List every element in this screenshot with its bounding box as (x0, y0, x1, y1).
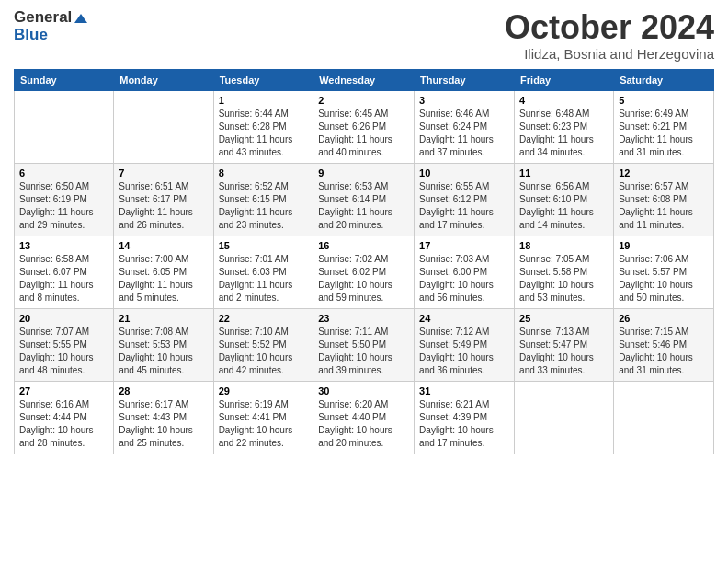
day-number: 15 (219, 240, 309, 251)
day-info: Sunrise: 6:44 AMSunset: 6:28 PMDaylight:… (219, 109, 293, 157)
header-thursday: Thursday (415, 69, 515, 90)
day-number: 29 (219, 385, 309, 396)
day-info: Sunrise: 7:12 AMSunset: 5:49 PMDaylight:… (419, 327, 494, 375)
table-row: 28 Sunrise: 6:17 AMSunset: 4:43 PMDaylig… (114, 381, 213, 454)
table-row: 19 Sunrise: 7:06 AMSunset: 5:57 PMDaylig… (614, 236, 714, 308)
day-number: 12 (619, 167, 709, 178)
day-number: 13 (19, 240, 108, 251)
table-row: 27 Sunrise: 6:16 AMSunset: 4:44 PMDaylig… (15, 381, 114, 454)
day-number: 1 (219, 95, 309, 106)
table-row: 24 Sunrise: 7:12 AMSunset: 5:49 PMDaylig… (415, 308, 515, 381)
day-info: Sunrise: 7:11 AMSunset: 5:50 PMDaylight:… (318, 327, 392, 375)
table-row: 1 Sunrise: 6:44 AMSunset: 6:28 PMDayligh… (213, 90, 313, 163)
day-info: Sunrise: 6:58 AMSunset: 6:07 PMDaylight:… (19, 254, 94, 303)
table-row: 26 Sunrise: 7:15 AMSunset: 5:46 PMDaylig… (614, 308, 714, 381)
table-row: 23 Sunrise: 7:11 AMSunset: 5:50 PMDaylig… (313, 308, 415, 381)
calendar-week-5: 27 Sunrise: 6:16 AMSunset: 4:44 PMDaylig… (15, 381, 714, 454)
table-row: 31 Sunrise: 6:21 AMSunset: 4:39 PMDaylig… (415, 381, 515, 454)
day-info: Sunrise: 7:10 AMSunset: 5:52 PMDaylight:… (219, 327, 293, 375)
day-info: Sunrise: 7:05 AMSunset: 5:58 PMDaylight:… (519, 254, 594, 303)
day-number: 25 (519, 313, 609, 324)
table-row: 12 Sunrise: 6:57 AMSunset: 6:08 PMDaylig… (614, 163, 714, 236)
table-row (614, 381, 714, 454)
day-info: Sunrise: 7:03 AMSunset: 6:00 PMDaylight:… (419, 254, 494, 303)
day-number: 10 (419, 167, 509, 178)
day-number: 31 (419, 385, 509, 396)
header-sunday: Sunday (15, 69, 114, 90)
day-info: Sunrise: 6:50 AMSunset: 6:19 PMDaylight:… (19, 181, 94, 230)
table-row: 17 Sunrise: 7:03 AMSunset: 6:00 PMDaylig… (415, 236, 515, 308)
day-info: Sunrise: 7:07 AMSunset: 5:55 PMDaylight:… (19, 327, 94, 375)
logo-general: General (14, 9, 87, 27)
table-row (515, 381, 614, 454)
table-row: 30 Sunrise: 6:20 AMSunset: 4:40 PMDaylig… (313, 381, 415, 454)
day-info: Sunrise: 7:15 AMSunset: 5:46 PMDaylight:… (619, 327, 693, 375)
day-info: Sunrise: 6:19 AMSunset: 4:41 PMDaylight:… (219, 399, 293, 448)
day-info: Sunrise: 6:53 AMSunset: 6:14 PMDaylight:… (318, 181, 392, 230)
table-row: 5 Sunrise: 6:49 AMSunset: 6:21 PMDayligh… (614, 90, 714, 163)
day-info: Sunrise: 6:46 AMSunset: 6:24 PMDaylight:… (419, 109, 494, 157)
table-row: 29 Sunrise: 6:19 AMSunset: 4:41 PMDaylig… (213, 381, 313, 454)
table-row: 25 Sunrise: 7:13 AMSunset: 5:47 PMDaylig… (515, 308, 614, 381)
calendar-week-1: 1 Sunrise: 6:44 AMSunset: 6:28 PMDayligh… (15, 90, 714, 163)
table-row: 10 Sunrise: 6:55 AMSunset: 6:12 PMDaylig… (415, 163, 515, 236)
table-row: 8 Sunrise: 6:52 AMSunset: 6:15 PMDayligh… (213, 163, 313, 236)
day-number: 18 (519, 240, 609, 251)
header-row: Sunday Monday Tuesday Wednesday Thursday… (15, 69, 714, 90)
day-number: 16 (318, 240, 409, 251)
calendar-week-4: 20 Sunrise: 7:07 AMSunset: 5:55 PMDaylig… (15, 308, 714, 381)
calendar-table: Sunday Monday Tuesday Wednesday Thursday… (14, 69, 714, 454)
day-number: 3 (419, 95, 509, 106)
table-row: 13 Sunrise: 6:58 AMSunset: 6:07 PMDaylig… (15, 236, 114, 308)
day-number: 26 (619, 313, 709, 324)
day-info: Sunrise: 7:00 AMSunset: 6:05 PMDaylight:… (119, 254, 193, 303)
day-number: 23 (318, 313, 409, 324)
day-number: 21 (119, 313, 208, 324)
calendar-week-3: 13 Sunrise: 6:58 AMSunset: 6:07 PMDaylig… (15, 236, 714, 308)
table-row: 15 Sunrise: 7:01 AMSunset: 6:03 PMDaylig… (213, 236, 313, 308)
day-info: Sunrise: 6:49 AMSunset: 6:21 PMDaylight:… (619, 109, 693, 157)
day-number: 7 (119, 167, 208, 178)
month-title: October 2024 (505, 9, 714, 46)
table-row: 20 Sunrise: 7:07 AMSunset: 5:55 PMDaylig… (15, 308, 114, 381)
table-row: 4 Sunrise: 6:48 AMSunset: 6:23 PMDayligh… (515, 90, 614, 163)
table-row: 11 Sunrise: 6:56 AMSunset: 6:10 PMDaylig… (515, 163, 614, 236)
day-info: Sunrise: 7:01 AMSunset: 6:03 PMDaylight:… (219, 254, 293, 303)
day-info: Sunrise: 7:13 AMSunset: 5:47 PMDaylight:… (519, 327, 594, 375)
table-row: 22 Sunrise: 7:10 AMSunset: 5:52 PMDaylig… (213, 308, 313, 381)
header-saturday: Saturday (614, 69, 714, 90)
day-number: 28 (119, 385, 208, 396)
header-friday: Friday (515, 69, 614, 90)
table-row: 9 Sunrise: 6:53 AMSunset: 6:14 PMDayligh… (313, 163, 415, 236)
table-row: 7 Sunrise: 6:51 AMSunset: 6:17 PMDayligh… (114, 163, 213, 236)
day-info: Sunrise: 6:51 AMSunset: 6:17 PMDaylight:… (119, 181, 193, 230)
table-row: 14 Sunrise: 7:00 AMSunset: 6:05 PMDaylig… (114, 236, 213, 308)
table-row: 2 Sunrise: 6:45 AMSunset: 6:26 PMDayligh… (313, 90, 415, 163)
header-tuesday: Tuesday (213, 69, 313, 90)
table-row (15, 90, 114, 163)
day-info: Sunrise: 6:48 AMSunset: 6:23 PMDaylight:… (519, 109, 594, 157)
day-info: Sunrise: 6:17 AMSunset: 4:43 PMDaylight:… (119, 399, 193, 448)
logo-blue: Blue (14, 27, 87, 44)
day-info: Sunrise: 6:20 AMSunset: 4:40 PMDaylight:… (318, 399, 392, 448)
day-number: 17 (419, 240, 509, 251)
day-number: 4 (519, 95, 609, 106)
day-info: Sunrise: 6:52 AMSunset: 6:15 PMDaylight:… (219, 181, 293, 230)
day-number: 5 (619, 95, 709, 106)
day-number: 14 (119, 240, 208, 251)
day-number: 11 (519, 167, 609, 178)
day-number: 2 (318, 95, 409, 106)
header: General Blue October 2024 Ilidza, Bosnia… (14, 9, 714, 62)
day-info: Sunrise: 7:02 AMSunset: 6:02 PMDaylight:… (318, 254, 392, 303)
day-info: Sunrise: 6:55 AMSunset: 6:12 PMDaylight:… (419, 181, 494, 230)
day-number: 20 (19, 313, 108, 324)
day-info: Sunrise: 6:57 AMSunset: 6:08 PMDaylight:… (619, 181, 693, 230)
day-info: Sunrise: 6:16 AMSunset: 4:44 PMDaylight:… (19, 399, 94, 448)
table-row: 16 Sunrise: 7:02 AMSunset: 6:02 PMDaylig… (313, 236, 415, 308)
table-row (114, 90, 213, 163)
table-row: 18 Sunrise: 7:05 AMSunset: 5:58 PMDaylig… (515, 236, 614, 308)
header-monday: Monday (114, 69, 213, 90)
day-number: 19 (619, 240, 709, 251)
day-number: 30 (318, 385, 409, 396)
calendar-week-2: 6 Sunrise: 6:50 AMSunset: 6:19 PMDayligh… (15, 163, 714, 236)
